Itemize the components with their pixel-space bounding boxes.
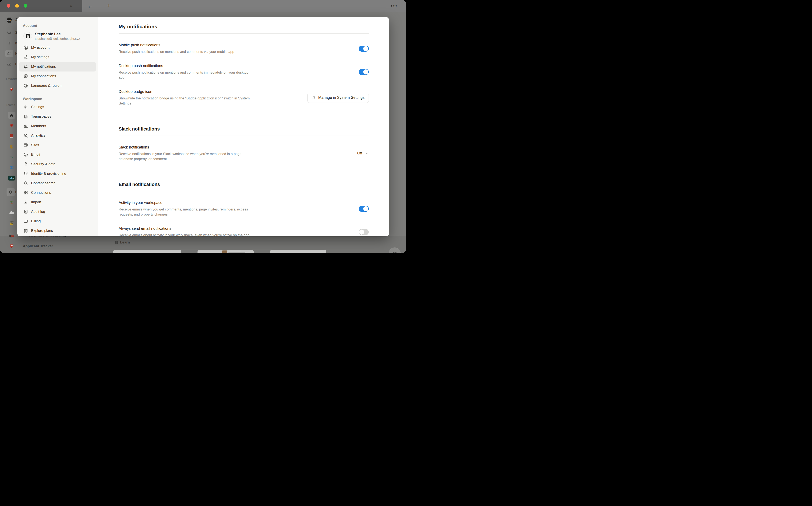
sidebar-item-my-connections[interactable]: My connections: [19, 72, 96, 81]
setting-row-mobile-push: Mobile push notificationsReceive push no…: [119, 43, 369, 54]
credit-card-icon: [23, 219, 28, 224]
smiley-icon: [23, 152, 28, 157]
setting-title: Desktop badge icon: [119, 89, 307, 94]
settings-sidebar: Account Stephanie Lee stephanie@toolsfor…: [17, 17, 98, 236]
always-email-toggle[interactable]: [359, 229, 369, 235]
sidebar-item-label: Identity & provisioning: [31, 172, 66, 176]
sidebar-item-explore-plans[interactable]: Explore plans: [19, 226, 96, 236]
sidebar-item-label: Billing: [31, 219, 40, 224]
sidebar-item-import[interactable]: Import: [19, 197, 96, 207]
sidebar-item-label: Explore plans: [31, 229, 53, 233]
avatar: [23, 32, 32, 40]
sidebar-item-sites[interactable]: Sites: [19, 141, 96, 150]
scroll-icon: [23, 209, 28, 214]
sidebar-item-label: My settings: [31, 55, 49, 59]
search-sparkle-icon: [23, 133, 28, 138]
sidebar-item-label: Teamspaces: [31, 114, 51, 119]
key-icon: [23, 162, 28, 166]
setting-text: Slack notificationsReceive notifications…: [119, 145, 357, 162]
setting-title: Desktop push notifications: [119, 64, 359, 68]
sidebar-item-connections[interactable]: Connections: [19, 188, 96, 197]
setting-description: Receive notifications in your Slack work…: [119, 152, 252, 162]
shield-check-icon: [23, 171, 28, 176]
setting-text: Mobile push notificationsReceive push no…: [119, 43, 359, 54]
desktop-badge-manage-button[interactable]: Manage in System Settings: [307, 93, 369, 103]
app-window: « ← → + ••• ACME A S N H I Favorites: [0, 0, 406, 253]
select-value: Off: [357, 151, 362, 156]
user-name: Stephanie Lee: [35, 32, 80, 36]
sidebar-item-label: My connections: [31, 74, 56, 78]
setting-row-slack-notifications: Slack notificationsReceive notifications…: [119, 145, 369, 162]
arrow-down-icon: [23, 200, 28, 204]
person-circle-icon: [23, 45, 28, 50]
user-email: stephanie@toolsforthought.xyz: [35, 36, 80, 41]
slack-notifications-select[interactable]: Off: [357, 151, 369, 156]
sidebar-item-label: Settings: [31, 105, 44, 109]
sidebar-item-billing[interactable]: Billing: [19, 217, 96, 226]
setting-title: Mobile push notifications: [119, 43, 359, 48]
setting-row-always-email: Always send email notificationsReceive e…: [119, 226, 369, 236]
sidebar-item-teamspaces[interactable]: Teamspaces: [19, 112, 96, 121]
setting-row-activity-email: Activity in your workspaceReceive emails…: [119, 200, 369, 217]
people-icon: [23, 124, 28, 129]
setting-description: Receive emails when you get comments, me…: [119, 207, 252, 217]
desktop-push-toggle[interactable]: [359, 69, 369, 75]
settings-content: My notificationsMobile push notification…: [98, 17, 389, 236]
sidebar-item-language-region[interactable]: Language & region: [19, 81, 96, 91]
sidebar-item-security-data[interactable]: Security & data: [19, 160, 96, 169]
sidebar-item-my-account[interactable]: My account: [19, 43, 96, 53]
sidebar-item-identity-provisioning[interactable]: Identity & provisioning: [19, 169, 96, 178]
bell-icon: [23, 64, 28, 69]
setting-description: Receive push notifications on mentions a…: [119, 49, 252, 54]
sidebar-item-label: Connections: [31, 191, 51, 195]
sidebar-item-content-search[interactable]: Content search: [19, 178, 96, 188]
sidebar-item-label: Sites: [31, 143, 39, 147]
toggle-knob: [359, 230, 364, 235]
setting-title: Always send email notifications: [119, 226, 359, 231]
account-user-row[interactable]: Stephanie Lee stephanie@toolsforthought.…: [19, 32, 96, 41]
sidebar-item-analytics[interactable]: Analytics: [19, 131, 96, 141]
setting-title: Slack notifications: [119, 145, 357, 150]
toggle-knob: [363, 206, 368, 211]
sidebar-item-members[interactable]: Members: [19, 121, 96, 131]
sidebar-item-my-notifications[interactable]: My notifications: [19, 62, 96, 72]
setting-description: Receive push notifications on mentions a…: [119, 70, 252, 80]
divider: [119, 33, 369, 34]
sliders-icon: [23, 55, 28, 60]
sidebar-item-audit-log[interactable]: Audit log: [19, 207, 96, 217]
workspace-section-heading: Workspace: [23, 97, 98, 101]
sidebar-item-my-settings[interactable]: My settings: [19, 53, 96, 62]
account-menu-list: My accountMy settingsMy notificationsMy …: [17, 43, 98, 91]
sidebar-item-label: Analytics: [31, 134, 45, 138]
setting-text: Always send email notificationsReceive e…: [119, 226, 359, 236]
workspace-menu-list: SettingsTeamspacesMembersAnalyticsSitesE…: [17, 102, 98, 236]
arrow-up-right-icon: [312, 96, 316, 100]
setting-description: Receive emails about activity in your wo…: [119, 233, 252, 236]
sidebar-item-label: Import: [31, 200, 41, 204]
divider: [119, 136, 369, 136]
sidebar-item-label: Security & data: [31, 162, 56, 166]
setting-text: Activity in your workspaceReceive emails…: [119, 200, 359, 217]
sidebar-item-settings[interactable]: Settings: [19, 102, 96, 112]
toggle-knob: [363, 46, 368, 51]
grid-icon: [23, 190, 28, 195]
gear-icon: [23, 105, 28, 109]
browser-cursor-icon: [23, 143, 28, 148]
magnifier-icon: [23, 181, 28, 185]
mobile-push-toggle[interactable]: [359, 46, 369, 52]
sidebar-item-label: Audit log: [31, 209, 45, 214]
map-icon: [23, 229, 28, 233]
sidebar-item-label: Language & region: [31, 84, 62, 88]
setting-row-desktop-push: Desktop push notificationsReceive push n…: [119, 64, 369, 80]
chevron-down-icon: [365, 152, 368, 155]
section-heading-email-notifications: Email notifications: [119, 182, 369, 187]
setting-description: Show/hide the notification badge using t…: [119, 96, 252, 106]
setting-text: Desktop push notificationsReceive push n…: [119, 64, 359, 80]
activity-email-toggle[interactable]: [359, 206, 369, 212]
sidebar-item-label: Members: [31, 124, 46, 128]
sidebar-item-emoji[interactable]: Emoji: [19, 150, 96, 160]
setting-text: Desktop badge iconShow/hide the notifica…: [119, 89, 307, 106]
sidebar-item-label: My account: [31, 46, 49, 50]
sidebar-item-label: Emoji: [31, 153, 40, 157]
section-heading-my-notifications: My notifications: [119, 24, 369, 29]
